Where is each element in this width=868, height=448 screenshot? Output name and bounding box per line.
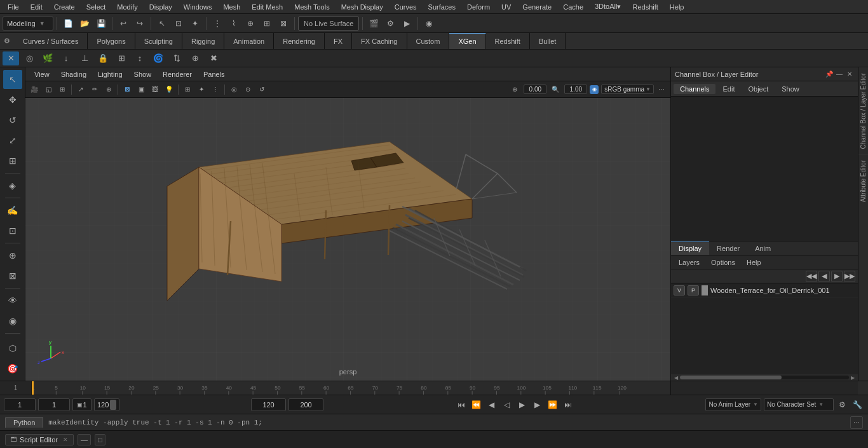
undo-btn[interactable]: ↩ <box>116 16 131 31</box>
new-scene-btn[interactable]: 📄 <box>60 16 76 31</box>
vp-pan-icon[interactable]: ⊕ <box>508 83 521 96</box>
vp-tb-aa[interactable]: ✦ <box>195 83 208 96</box>
menu-mesh[interactable]: Mesh <box>218 2 245 12</box>
character-set-dropdown[interactable]: No Character Set ▼ <box>764 398 834 411</box>
pb-settings-icon[interactable]: ⚙ <box>836 398 849 411</box>
current-frame-field[interactable]: 1 <box>4 398 36 411</box>
tab-redshift[interactable]: Redshift <box>486 33 530 49</box>
layer-visible-toggle[interactable]: V <box>674 285 685 295</box>
xgen-tool-12[interactable]: ✖ <box>205 51 222 65</box>
camera-btn[interactable]: ◉ <box>421 16 437 31</box>
layer-prev-btn[interactable]: ◀◀ <box>806 271 817 282</box>
vp-gamma-circle[interactable]: ◉ <box>590 85 599 94</box>
vp-tb-wire[interactable]: ⊠ <box>121 83 133 96</box>
pb-preferences-icon[interactable]: 🔧 <box>851 398 864 411</box>
script-settings-btn[interactable]: ⋯ <box>850 416 863 429</box>
vp-menu-lighting[interactable]: Lighting <box>93 69 128 79</box>
paint-select-btn[interactable]: ✦ <box>187 16 203 31</box>
vp-tb-paint[interactable]: ✏ <box>88 83 101 96</box>
bottom-tool-1[interactable]: ⬡ <box>3 339 22 358</box>
rp-pin-icon[interactable]: 📌 <box>825 70 834 79</box>
vp-tb-mv[interactable]: ⊕ <box>102 83 115 96</box>
pb-jump-start[interactable]: ⏮ <box>455 398 468 411</box>
vp-more-icon[interactable]: ⋯ <box>655 83 668 96</box>
menu-file[interactable]: File <box>3 2 24 12</box>
soft-select-btn[interactable]: ◈ <box>3 176 22 195</box>
xgen-tool-5[interactable]: ⊥ <box>76 51 93 65</box>
snap-curve-btn[interactable]: ⌇ <box>226 16 241 31</box>
timeline-ruler[interactable]: 1 5 10 15 20 25 30 35 40 <box>32 381 670 395</box>
vp-menu-shading[interactable]: Shading <box>56 69 92 79</box>
menu-surfaces[interactable]: Surfaces <box>423 2 461 12</box>
vp-tb-hud[interactable]: ⋮ <box>209 83 222 96</box>
viewport-canvas[interactable]: x y z persp <box>25 98 670 381</box>
xgen-tool-1[interactable]: ✕ <box>3 51 19 65</box>
snap-surface-btn[interactable]: ⊠ <box>276 16 291 31</box>
vp-pan-value[interactable]: 0.00 <box>524 85 546 94</box>
snap-grid-btn[interactable]: ⋮ <box>210 16 225 31</box>
xgen-tool-8[interactable]: ↕ <box>132 51 148 65</box>
le-tab-anim[interactable]: Anim <box>747 241 778 255</box>
layer-scroll-left[interactable]: ◀ <box>672 374 680 381</box>
render-btn[interactable]: 🎬 <box>366 16 381 31</box>
tab-fx[interactable]: FX <box>325 33 352 49</box>
menu-create[interactable]: Create <box>49 2 80 12</box>
vp-tb-tex[interactable]: 🖼 <box>149 83 161 96</box>
vp-menu-show[interactable]: Show <box>129 69 157 79</box>
vp-tb-shade[interactable]: ▣ <box>135 83 147 96</box>
vp-tb-ortho[interactable]: ⊞ <box>56 83 69 96</box>
playback-time-field[interactable]: 120 <box>251 398 286 411</box>
layer-back-btn[interactable]: ◀ <box>818 271 830 282</box>
menu-modify[interactable]: Modify <box>112 2 142 12</box>
vp-tb-ref[interactable]: ↺ <box>255 83 268 96</box>
cb-tab-object[interactable]: Object <box>742 84 775 94</box>
vp-tb-xray[interactable]: ⊙ <box>241 83 254 96</box>
xgen-tool-10[interactable]: ⇅ <box>168 51 185 65</box>
bottom-window-tab[interactable]: 🗔 Script Editor ✕ <box>5 434 74 445</box>
lasso-btn[interactable]: ⊡ <box>171 16 186 31</box>
xgen-tool-3[interactable]: 🌿 <box>39 51 56 65</box>
sub-field[interactable]: ▣ 1 <box>72 398 92 411</box>
menu-3dtool[interactable]: 3DtoAll▾ <box>590 1 626 12</box>
save-scene-btn[interactable]: 💾 <box>93 16 109 31</box>
playback-range-end[interactable]: 200 <box>288 398 323 411</box>
menu-mesh-tools[interactable]: Mesh Tools <box>289 2 334 12</box>
layer-scroll-thumb[interactable] <box>680 376 782 379</box>
menu-cache[interactable]: Cache <box>558 2 588 12</box>
workspace-dropdown[interactable]: Modeling ▼ <box>3 17 53 31</box>
le-tab-display[interactable]: Display <box>671 241 709 255</box>
menu-windows[interactable]: Windows <box>179 2 217 12</box>
cb-tab-show[interactable]: Show <box>775 84 806 94</box>
xgen-tool-9[interactable]: 🌀 <box>150 51 166 65</box>
tab-rigging[interactable]: Rigging <box>182 33 224 49</box>
menu-redshift[interactable]: Redshift <box>627 2 663 12</box>
vp-tb-sel[interactable]: ↗ <box>74 83 87 96</box>
tab-curves-surfaces[interactable]: Curves / Surfaces <box>14 33 88 49</box>
open-scene-btn[interactable]: 📂 <box>77 16 92 31</box>
tab-animation[interactable]: Animation <box>224 33 274 49</box>
move-tool-btn[interactable]: ✥ <box>3 90 22 109</box>
menu-mesh-display[interactable]: Mesh Display <box>336 2 388 12</box>
rotate-tool-btn[interactable]: ↺ <box>3 111 22 130</box>
xgen-tool-6[interactable]: 🔒 <box>95 51 111 65</box>
window-close-icon[interactable]: ✕ <box>63 437 68 443</box>
constraint-btn[interactable]: ⊠ <box>3 266 22 285</box>
pb-prev-key[interactable]: ⏪ <box>470 398 483 411</box>
isolate-btn[interactable]: ◉ <box>3 311 22 330</box>
select-tool-btn[interactable]: ↖ <box>3 70 22 89</box>
snap-point-btn[interactable]: ⊕ <box>243 16 258 31</box>
xgen-tool-11[interactable]: ⊕ <box>187 51 203 65</box>
le-tab-render[interactable]: Render <box>709 241 747 255</box>
menu-edit-mesh[interactable]: Edit Mesh <box>247 2 288 12</box>
bottom-tool-2[interactable]: 🎯 <box>3 359 22 378</box>
rp-close-icon[interactable]: ✕ <box>845 70 854 79</box>
vp-tb-camera[interactable]: 🎥 <box>28 83 41 96</box>
menu-generate[interactable]: Generate <box>517 2 557 12</box>
tab-bullet[interactable]: Bullet <box>530 33 566 49</box>
tab-xgen[interactable]: XGen <box>449 33 485 49</box>
paint-tool-btn[interactable]: ✍ <box>3 201 22 220</box>
xgen-tool-4[interactable]: ↓ <box>58 51 74 65</box>
tab-custom[interactable]: Custom <box>407 33 450 49</box>
pb-next-frame[interactable]: ▶ <box>531 398 544 411</box>
snap-view-btn[interactable]: ⊞ <box>259 16 275 31</box>
